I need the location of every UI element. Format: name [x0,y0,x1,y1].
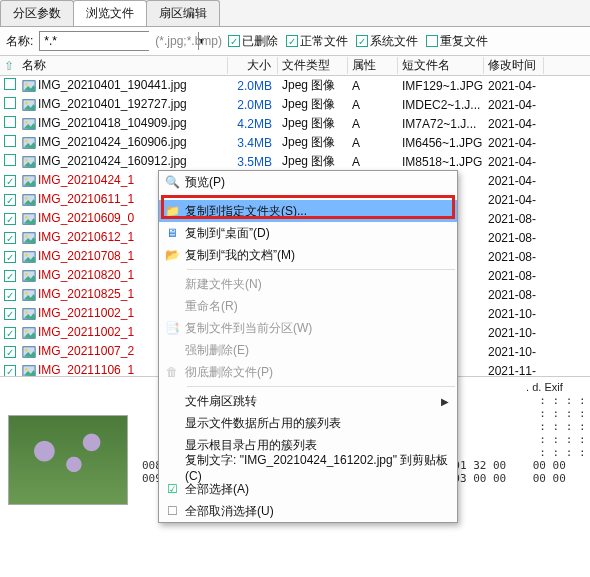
folder-arrow-icon: 📁 [159,204,185,218]
file-type: Jpeg 图像 [278,115,348,132]
chk-normal[interactable]: ✓正常文件 [286,33,348,50]
file-name: IMG_20210418_104909.jpg [18,116,228,131]
file-mtime: 2021-04- [484,193,544,207]
table-row[interactable]: IMG_20210418_104909.jpg4.2MBJpeg 图像AIM7A… [0,114,590,133]
file-type: Jpeg 图像 [278,153,348,170]
pattern-hint: (*.jpg;*.bmp) [155,34,222,48]
file-mtime: 2021-08- [484,231,544,245]
image-file-icon [22,193,36,207]
file-mtime: 2021-08- [484,250,544,264]
file-mtime: 2021-04- [484,155,544,169]
context-menu: 🔍 预览(P) 📁 复制到指定文件夹(S)... 🖥 复制到“桌面”(D) 📂 … [158,170,458,523]
col-mtime[interactable]: 修改时间 [484,57,544,74]
file-mtime: 2021-10- [484,326,544,340]
menu-copy-text[interactable]: 复制文字: "IMG_20210424_161202.jpg" 到剪贴板(C) [159,456,457,478]
file-shortname: IMDEC2~1.J... [398,98,484,112]
tab-browse[interactable]: 浏览文件 [73,0,147,26]
name-label: 名称: [6,33,33,50]
svg-point-5 [25,121,27,123]
row-checkbox[interactable] [4,135,16,147]
row-checkbox[interactable] [4,116,16,128]
table-row[interactable]: IMG_20210401_190441.jpg2.0MBJpeg 图像AIMF1… [0,76,590,95]
row-checkbox[interactable]: ✓ [4,308,16,320]
row-checkbox[interactable]: ✓ [4,270,16,282]
table-row[interactable]: IMG_20210401_192727.jpg2.0MBJpeg 图像AIMDE… [0,95,590,114]
svg-point-13 [25,197,27,199]
menu-perm-delete: 🗑 彻底删除文件(P) [159,361,457,383]
tab-bar: 分区参数 浏览文件 扇区编辑 [0,0,590,27]
file-type: Jpeg 图像 [278,96,348,113]
trash-icon: 🗑 [159,365,185,379]
file-mtime: 2021-08- [484,288,544,302]
menu-deselect-all[interactable]: ☐ 全部取消选择(U) [159,500,457,522]
svg-point-3 [25,102,27,104]
image-file-icon [22,269,36,283]
file-mtime: 2021-10- [484,345,544,359]
table-row[interactable]: IMG_20210424_160912.jpg3.5MBJpeg 图像AIM85… [0,152,590,171]
row-checkbox[interactable]: ✓ [4,175,16,187]
menu-preview[interactable]: 🔍 预览(P) [159,171,457,193]
svg-point-23 [25,292,27,294]
check-all-icon: ☑ [159,482,185,496]
tab-partition[interactable]: 分区参数 [0,0,74,26]
file-mtime: 2021-04- [484,174,544,188]
row-checkbox[interactable]: ✓ [4,213,16,225]
file-mtime: 2021-10- [484,307,544,321]
file-mtime: 2021-04- [484,79,544,93]
row-checkbox[interactable]: ✓ [4,194,16,206]
file-size: 4.2MB [228,117,278,131]
chk-repeat[interactable]: 重复文件 [426,33,488,50]
menu-copy-desktop[interactable]: 🖥 复制到“桌面”(D) [159,222,457,244]
menu-sector-jump[interactable]: 文件扇区跳转 ▶ [159,390,457,412]
chk-deleted[interactable]: ✓已删除 [228,33,278,50]
svg-point-31 [25,368,27,370]
col-attr[interactable]: 属性 [348,57,398,74]
svg-point-1 [25,83,27,85]
file-shortname: IM8518~1.JPG [398,155,484,169]
up-arrow-icon[interactable]: ⇧ [0,59,18,73]
svg-point-11 [25,178,27,180]
row-checkbox[interactable]: ✓ [4,327,16,339]
svg-point-29 [25,349,27,351]
col-size[interactable]: 大小 [228,57,278,74]
image-file-icon [22,174,36,188]
file-attr: A [348,79,398,93]
file-mtime: 2021-11- [484,364,544,377]
magnifier-icon: 🔍 [159,175,185,189]
name-pattern-combo[interactable]: ▾ [39,31,149,51]
image-file-icon [22,307,36,321]
row-checkbox[interactable]: ✓ [4,365,16,376]
row-checkbox[interactable] [4,78,16,90]
file-attr: A [348,117,398,131]
menu-cluster-data[interactable]: 显示文件数据所占用的簇列表 [159,412,457,434]
file-size: 2.0MB [228,79,278,93]
col-type[interactable]: 文件类型 [278,57,348,74]
col-short[interactable]: 短文件名 [398,57,484,74]
thumbnail-image [8,415,128,505]
row-checkbox[interactable] [4,97,16,109]
menu-copy-to-folder[interactable]: 📁 复制到指定文件夹(S)... [159,200,457,222]
row-checkbox[interactable]: ✓ [4,346,16,358]
thumbnail-pane [0,377,140,566]
file-name: IMG_20210401_190441.jpg [18,78,228,93]
row-checkbox[interactable]: ✓ [4,232,16,244]
row-checkbox[interactable]: ✓ [4,289,16,301]
menu-copy-to-partition: 📑 复制文件到当前分区(W) [159,317,457,339]
row-checkbox[interactable] [4,154,16,166]
file-shortname: IMF129~1.JPG [398,79,484,93]
svg-point-19 [25,254,27,256]
chk-system[interactable]: ✓系统文件 [356,33,418,50]
col-name[interactable]: 名称 [18,57,228,74]
svg-point-27 [25,330,27,332]
filter-bar: 名称: ▾ (*.jpg;*.bmp) ✓已删除 ✓正常文件 ✓系统文件 重复文… [0,27,590,56]
table-row[interactable]: IMG_20210424_160906.jpg3.4MBJpeg 图像AIM64… [0,133,590,152]
tab-sector[interactable]: 扇区编辑 [146,0,220,26]
row-checkbox[interactable]: ✓ [4,251,16,263]
menu-new-folder: 新建文件夹(N) [159,273,457,295]
menu-copy-mydocs[interactable]: 📂 复制到“我的文档”(M) [159,244,457,266]
image-file-icon [22,345,36,359]
file-name: IMG_20210424_160906.jpg [18,135,228,150]
menu-select-all[interactable]: ☑ 全部选择(A) [159,478,457,500]
image-file-icon [22,250,36,264]
file-size: 3.5MB [228,155,278,169]
